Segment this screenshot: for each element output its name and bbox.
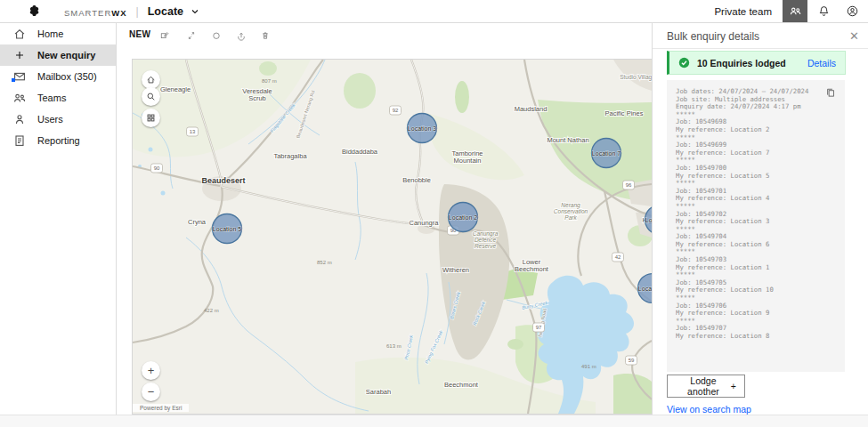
sidebar-item-users[interactable]: Users [0, 109, 116, 130]
map-canvas[interactable]: GleneagleVeresdaleScrubMaudslandPacific … [133, 60, 652, 414]
map-place-label: Studio Village [620, 74, 652, 81]
lodge-another-label: Lodge another [676, 375, 731, 397]
map-place-label: TamborineMountain [451, 149, 483, 165]
teams-icon [12, 91, 27, 105]
map-zoom-in-button[interactable]: + [142, 361, 160, 380]
view-on-search-map-link[interactable]: View on search map [667, 404, 751, 415]
plus-icon [12, 48, 27, 62]
map-elevation-label: 422 m [204, 308, 219, 313]
sidebar-item-new-enquiry[interactable]: New enquiry [0, 44, 116, 66]
map-marker[interactable]: Location 5 [213, 214, 242, 244]
map-elevation-label: 852 m [317, 260, 332, 265]
sidebar-item-reporting[interactable]: Reporting [0, 130, 116, 151]
draw-polygon-tool[interactable] [154, 25, 175, 46]
svg-text:13: 13 [190, 129, 196, 134]
sidebar-item-label: Reporting [37, 135, 80, 146]
map-place-label: Tabragalba [273, 152, 307, 160]
road-shield: 42 [612, 253, 624, 262]
map-zoom-out-button[interactable]: − [142, 383, 160, 401]
sidebar-item-label: Mailbox (350) [37, 71, 97, 82]
map-marker[interactable]: Location 3 [408, 114, 437, 143]
sidebar-item-label: Users [37, 114, 63, 125]
bottom-strip [0, 415, 868, 427]
map-container: GleneagleVeresdaleScrubMaudslandPacific … [132, 59, 653, 415]
map-elevation-label: 807 m [262, 78, 277, 84]
sidebar-nav: Home New enquiry Mailbox (350) Teams Use… [0, 23, 117, 415]
map-elevation-label: 613 m [386, 343, 402, 349]
map-marker[interactable]: Location 7 [592, 139, 621, 168]
sidebar-item-label: Home [37, 28, 63, 39]
svg-text:92: 92 [393, 108, 399, 113]
close-icon[interactable]: ✕ [844, 27, 862, 44]
map-place-label: Canungra [410, 219, 440, 227]
svg-text:90: 90 [154, 165, 160, 171]
product-name: Locate [148, 5, 183, 18]
map-place-label: Benobble [402, 176, 431, 184]
map-basemap-button[interactable] [142, 109, 160, 127]
mailbox-badge [12, 78, 15, 82]
road-shield: 92 [390, 106, 402, 115]
smarterwx-logo-icon [28, 4, 41, 18]
notifications-bell-icon[interactable] [811, 0, 836, 22]
map-place-label: Witheren [442, 266, 469, 274]
map-attribution: Powered by Esri [133, 404, 189, 412]
map-home-button[interactable] [142, 70, 160, 89]
user-icon [12, 112, 27, 126]
map-marker-label: Location 4 [645, 217, 652, 223]
map-place-label: Mount Nathan [547, 136, 588, 144]
home-icon [12, 27, 27, 41]
circle-tool[interactable] [206, 25, 227, 46]
details-link[interactable]: Details [807, 58, 836, 68]
topbar-actions: Private team [714, 0, 864, 22]
app-window: SMARTERWX | Locate Private team Home [0, 0, 868, 427]
upload-tool[interactable] [231, 25, 252, 46]
copy-icon[interactable] [823, 86, 838, 101]
sidebar-item-label: Teams [37, 93, 66, 103]
toolbar-new-label: NEW [129, 29, 150, 39]
success-check-icon [678, 57, 690, 68]
brand-name: SMARTERWX [48, 4, 127, 20]
map-place-label: Cryna [188, 218, 207, 226]
map-place-label: Beechmont [444, 381, 479, 389]
brand-divider: | [136, 5, 139, 18]
map-elevation-label: 491 m [581, 364, 596, 369]
map-search-button[interactable] [142, 87, 160, 106]
main-content: NEW [117, 23, 652, 415]
map-place-label: Beaudesert [201, 176, 245, 185]
sidebar-item-teams[interactable]: Teams [0, 87, 116, 109]
sidebar-item-label: New enquiry [37, 50, 95, 60]
sidebar-item-mailbox[interactable]: Mailbox (350) [0, 66, 116, 87]
map-marker-label: Location 6 [638, 286, 652, 292]
map-place-label: Pacific Pines [605, 109, 644, 117]
map-place-label: Biddaddaba [342, 148, 378, 156]
map-place-label: Sarabah [366, 388, 391, 396]
road-shield: 13 [187, 127, 199, 136]
map-place-label: Maudsland [515, 105, 548, 113]
road-shield: 96 [623, 181, 635, 189]
trash-icon[interactable] [255, 25, 276, 46]
team-name-label: Private team [714, 6, 772, 17]
brand: SMARTERWX | Locate [28, 0, 199, 22]
map-marker[interactable]: Location 2 [449, 203, 478, 232]
road-shield: 59 [626, 356, 637, 365]
map-place-label: Gleneagle [160, 85, 191, 93]
report-icon [12, 133, 27, 148]
map-marker-label: Location 7 [592, 150, 621, 157]
banner-message: 10 Enquiries lodged [697, 58, 786, 68]
road-shield: 90 [151, 164, 163, 173]
map-marker-label: Location 3 [408, 125, 436, 132]
enquiry-details-box: Job dates: 24/07/2024 – 24/07/2024 Job s… [667, 80, 845, 372]
profile-icon[interactable] [840, 0, 864, 22]
top-bar: SMARTERWX | Locate Private team [0, 0, 868, 23]
road-shield: 97 [533, 323, 545, 332]
lodge-another-button[interactable]: Lodge another + [667, 375, 745, 398]
team-switcher-button[interactable] [783, 0, 807, 22]
sidebar-item-home[interactable]: Home [0, 23, 116, 44]
multi-point-tool[interactable] [181, 25, 202, 46]
panel-title: Bulk enquiry details [667, 30, 759, 43]
chevron-down-icon[interactable] [191, 7, 199, 16]
bulk-enquiry-panel: Bulk enquiry details ✕ 10 Enquiries lodg… [652, 23, 868, 415]
panel-header: Bulk enquiry details ✕ [653, 23, 868, 49]
map-marker-label: Location 5 [213, 226, 241, 232]
svg-text:42: 42 [615, 254, 621, 260]
